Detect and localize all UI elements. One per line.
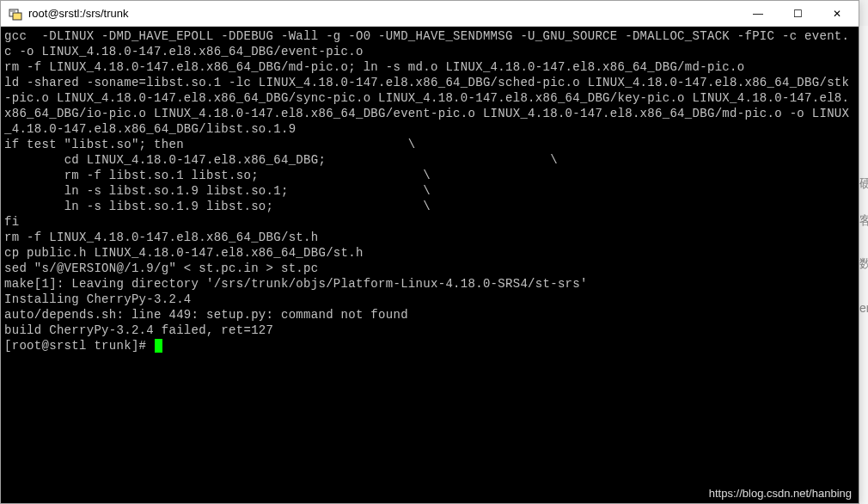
terminal-line: cp public.h LINUX_4.18.0-147.el8.x86_64_… xyxy=(4,245,855,261)
terminal-line: ld -shared -soname=libst.so.1 -lc LINUX_… xyxy=(4,75,855,137)
bg-text: 数 xyxy=(859,256,868,272)
terminal-line: build CherryPy-3.2.4 failed, ret=127 xyxy=(4,323,855,338)
background-strip: 硬 客 数 er xyxy=(859,26,868,504)
terminal-cursor xyxy=(155,339,162,353)
terminal-prompt: [root@srstl trunk]# xyxy=(4,339,154,353)
terminal-output: gcc -DLINUX -DMD_HAVE_EPOLL -DDEBUG -Wal… xyxy=(4,28,855,353)
terminal-line: cd LINUX_4.18.0-147.el8.x86_64_DBG; \ xyxy=(4,152,855,168)
terminal-line: sed "s/@VERSION@/1.9/g" < st.pc.in > st.… xyxy=(4,261,855,276)
terminal-area[interactable]: gcc -DLINUX -DMD_HAVE_EPOLL -DDEBUG -Wal… xyxy=(1,27,859,503)
terminal-line: auto/depends.sh: line 449: setup.py: com… xyxy=(4,307,855,323)
svg-rect-1 xyxy=(13,13,21,20)
maximize-button[interactable]: ☐ xyxy=(778,1,817,26)
close-icon: ✕ xyxy=(833,8,841,20)
bg-text: 硬 xyxy=(859,176,868,192)
close-button[interactable]: ✕ xyxy=(817,1,857,26)
terminal-line: gcc -DLINUX -DMD_HAVE_EPOLL -DDEBUG -Wal… xyxy=(4,28,855,59)
terminal-line: rm -f LINUX_4.18.0-147.el8.x86_64_DBG/st… xyxy=(4,230,855,245)
window-title: root@srstl:/srs/trunk xyxy=(28,7,738,20)
terminal-window: root@srstl:/srs/trunk — ☐ ✕ gcc -DLINUX … xyxy=(0,0,859,504)
minimize-button[interactable]: — xyxy=(738,1,778,26)
terminal-line: if test "libst.so"; then \ xyxy=(4,137,855,152)
minimize-icon: — xyxy=(753,8,763,20)
terminal-line: rm -f libst.so.1 libst.so; \ xyxy=(4,168,855,183)
terminal-line: make[1]: Leaving directory '/srs/trunk/o… xyxy=(4,276,855,292)
putty-icon xyxy=(8,6,23,22)
title-bar[interactable]: root@srstl:/srs/trunk — ☐ ✕ xyxy=(1,1,859,27)
terminal-line: ln -s libst.so.1.9 libst.so; \ xyxy=(4,199,855,214)
window-controls: — ☐ ✕ xyxy=(738,1,857,26)
terminal-line: fi xyxy=(4,214,855,230)
maximize-icon: ☐ xyxy=(793,8,803,20)
watermark-text: https://blog.csdn.net/hanbing xyxy=(709,487,852,500)
bg-text: er xyxy=(859,301,868,315)
terminal-line: rm -f LINUX_4.18.0-147.el8.x86_64_DBG/md… xyxy=(4,59,855,75)
terminal-line: Installing CherryPy-3.2.4 xyxy=(4,292,855,307)
bg-text: 客 xyxy=(859,213,868,229)
terminal-line: ln -s libst.so.1.9 libst.so.1; \ xyxy=(4,183,855,199)
